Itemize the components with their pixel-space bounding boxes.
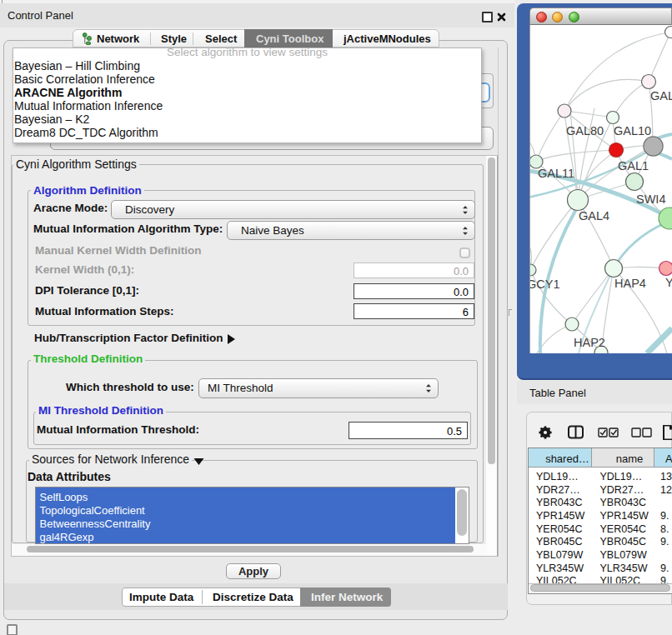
svg-text:HAP2: HAP2 <box>574 336 605 349</box>
svg-text:GAL1: GAL1 <box>618 159 649 172</box>
svg-text:HAP4: HAP4 <box>614 277 646 290</box>
svg-text:YB: YB <box>665 276 672 289</box>
svg-text:GAL11: GAL11 <box>538 167 574 180</box>
svg-text:GAL10: GAL10 <box>614 124 651 138</box>
svg-text:GAL7: GAL7 <box>650 89 672 102</box>
svg-text:GAL4: GAL4 <box>579 209 609 222</box>
svg-text:GCY1: GCY1 <box>530 278 560 291</box>
svg-text:GAL80: GAL80 <box>566 124 604 138</box>
svg-text:SWI4: SWI4 <box>636 192 665 206</box>
